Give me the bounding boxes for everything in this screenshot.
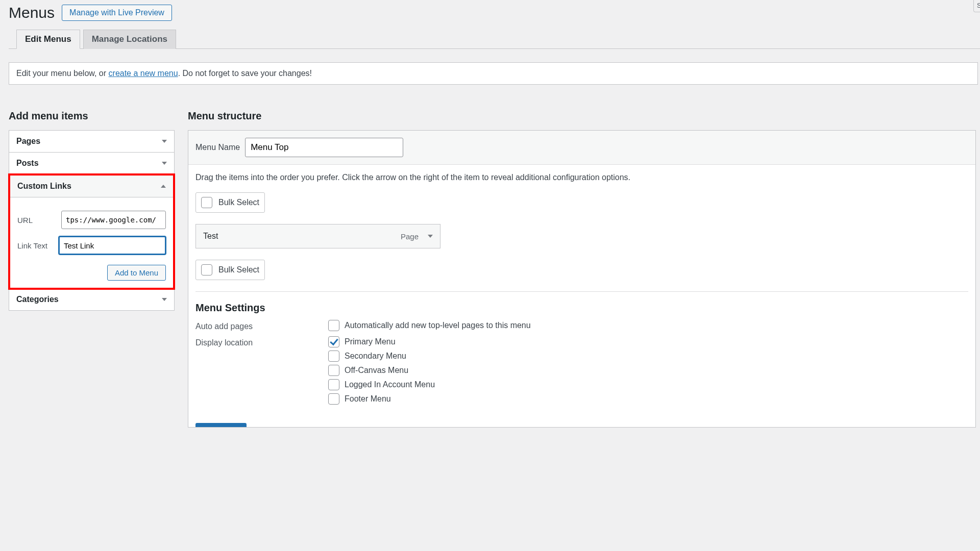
url-label: URL [17,216,54,224]
save-menu-button[interactable] [195,423,247,427]
bulk-select-checkbox-top[interactable] [201,197,212,208]
location-offcanvas-checkbox[interactable] [328,365,339,376]
display-location-label: Display location [195,336,328,347]
location-loggedin-text: Logged In Account Menu [345,380,435,389]
menu-item[interactable]: Test Page [195,224,440,248]
panel-custom-links[interactable]: Custom Links [10,176,173,197]
bulk-select-checkbox-bottom[interactable] [201,264,212,276]
chevron-down-icon [162,140,167,143]
notice-suffix: . Do not forget to save your changes! [178,69,312,78]
add-items-accordion: Pages Posts Custom Links [9,130,175,311]
location-footer-text: Footer Menu [345,394,391,404]
location-offcanvas-text: Off-Canvas Menu [345,366,408,375]
bulk-select-top[interactable]: Bulk Select [195,192,265,213]
notice-prefix: Edit your menu below, or [16,69,109,78]
menu-name-label: Menu Name [195,143,240,152]
chevron-down-icon[interactable] [428,235,433,238]
bulk-select-label: Bulk Select [218,198,259,207]
chevron-down-icon [162,298,167,301]
divider [195,291,968,292]
add-menu-items-title: Add menu items [9,110,175,122]
menu-name-input[interactable] [245,138,403,157]
menu-edit-box: Menu Name Drag the items into the order … [188,130,976,428]
tab-edit-menus[interactable]: Edit Menus [16,30,80,49]
add-to-menu-button[interactable]: Add to Menu [107,265,166,281]
drag-instructions: Drag the items into the order you prefer… [195,173,968,182]
live-preview-button[interactable]: Manage with Live Preview [62,5,172,21]
panel-posts-label: Posts [16,159,39,168]
menu-structure-title: Menu structure [188,110,976,122]
menu-item-type: Page [401,232,419,241]
custom-link-url-input[interactable] [61,211,166,229]
location-secondary-text: Secondary Menu [345,352,406,361]
tab-manage-locations[interactable]: Manage Locations [83,30,176,49]
menu-item-title: Test [203,232,218,241]
panel-categories-label: Categories [16,295,59,304]
chevron-up-icon [161,185,166,188]
bulk-select-label: Bulk Select [218,265,259,274]
link-text-label: Link Text [17,241,52,250]
create-new-menu-link[interactable]: create a new menu [109,69,178,78]
custom-link-text-input[interactable] [59,236,166,255]
tab-bar: Edit Menus Manage Locations [9,30,980,49]
auto-add-pages-checkbox[interactable] [328,320,339,331]
location-primary-checkbox[interactable] [328,336,339,347]
location-footer-checkbox[interactable] [328,393,339,405]
bulk-select-bottom[interactable]: Bulk Select [195,260,265,280]
panel-categories[interactable]: Categories [9,289,174,310]
menu-settings-title: Menu Settings [195,302,968,314]
panel-posts[interactable]: Posts [9,153,174,174]
page-title: Menus [9,4,55,21]
custom-links-body: URL Link Text Add to Menu [10,197,173,288]
chevron-down-icon [162,162,167,165]
panel-pages[interactable]: Pages [9,131,174,152]
location-loggedin-checkbox[interactable] [328,379,339,390]
auto-add-pages-label: Auto add pages [195,320,328,331]
screen-options-tab[interactable]: S [973,0,980,12]
panel-pages-label: Pages [16,137,40,146]
location-secondary-checkbox[interactable] [328,350,339,362]
panel-custom-links-label: Custom Links [17,182,71,191]
location-primary-text: Primary Menu [345,337,396,346]
manage-menus-notice: Edit your menu below, or create a new me… [9,62,978,85]
auto-add-pages-text: Automatically add new top-level pages to… [345,321,531,330]
